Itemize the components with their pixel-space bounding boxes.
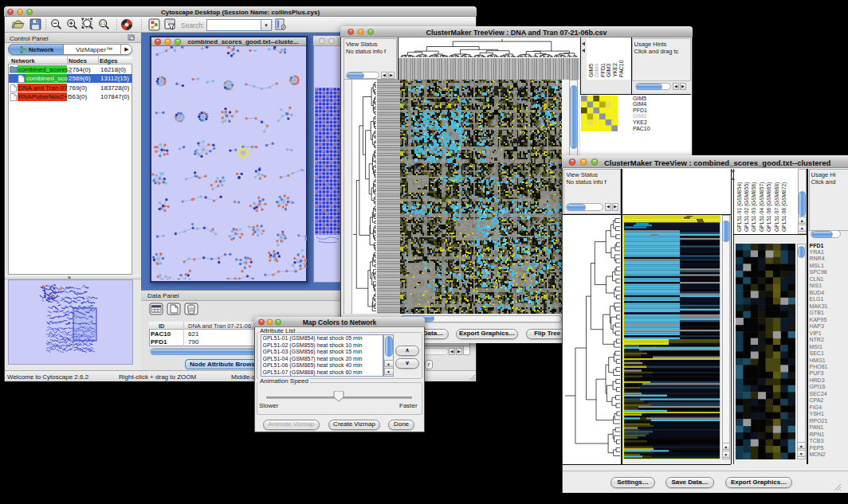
svg-text:GPL51-07 (GSM868): GPL51-07 (GSM868) (774, 182, 780, 232)
svg-text:GPL51-02 (GSM855): GPL51-02 (GSM855) (744, 182, 750, 232)
svg-text:GPL51-08 (GSM872): GPL51-08 (GSM872) (781, 182, 787, 232)
svg-text:GPL51-03 (GSM856): GPL51-03 (GSM856) (751, 182, 757, 232)
svg-text:GIM5: GIM5 (588, 64, 594, 77)
svg-text:GIM4: GIM4 (594, 64, 599, 77)
svg-text:PAC10: PAC10 (618, 60, 624, 77)
svg-text:GIM3: GIM3 (606, 64, 611, 77)
svg-text:1:1: 1:1 (100, 21, 106, 25)
svg-text:GPL51-06 (GSM865): GPL51-06 (GSM865) (766, 182, 772, 232)
svg-text:PFD1: PFD1 (600, 63, 606, 77)
svg-text:GPL51-01 (GSM854): GPL51-01 (GSM854) (736, 182, 743, 232)
svg-text:GPL51-04 (GSM857): GPL51-04 (GSM857) (759, 182, 765, 232)
svg-text:YKE2: YKE2 (612, 63, 618, 77)
